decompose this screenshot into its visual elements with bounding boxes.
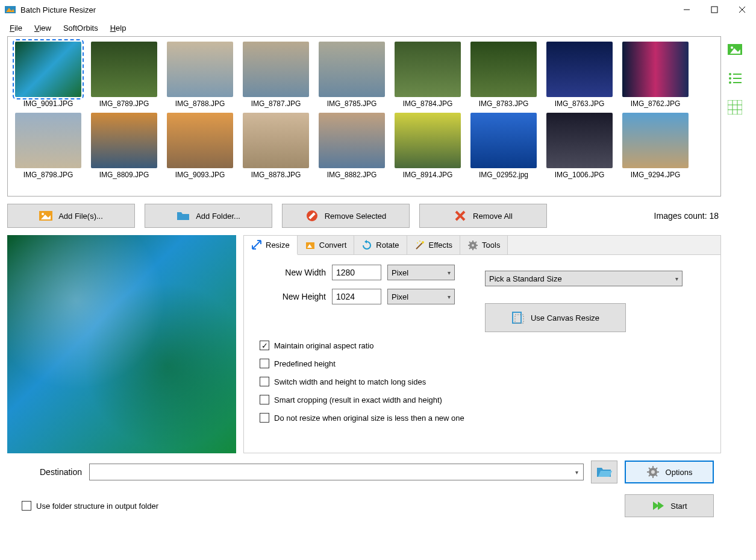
thumbnail-image: [319, 113, 385, 168]
thumbnail-image: [167, 113, 233, 168]
thumbnail-item[interactable]: IMG_8882.JPG: [316, 113, 387, 179]
menu-softorbits[interactable]: SoftOrbits: [58, 21, 103, 35]
svg-point-15: [417, 242, 418, 244]
thumbnail-image: [395, 113, 461, 168]
thumbnail-item[interactable]: IMG_8785.JPG: [316, 42, 387, 108]
thumbnail-item[interactable]: IMG_1006.JPG: [544, 113, 615, 179]
tab-effects[interactable]: Effects: [407, 236, 461, 254]
resize-icon: [251, 239, 262, 250]
thumbnail-item[interactable]: IMG_8878.JPG: [240, 113, 311, 179]
tab-convert[interactable]: Convert: [298, 236, 355, 254]
app-title: Batch Picture Resizer: [20, 5, 673, 14]
add-folder-button[interactable]: Add Folder...: [145, 204, 272, 228]
thumbnail-item[interactable]: IMG_8809.JPG: [89, 113, 160, 179]
destination-select[interactable]: ▾: [89, 464, 584, 480]
height-label: New Height: [256, 292, 326, 301]
height-unit-select[interactable]: Pixel▾: [387, 289, 455, 304]
thumbnail-item[interactable]: IMG_8763.JPG: [544, 42, 615, 108]
tab-tools[interactable]: Tools: [460, 236, 508, 254]
thumbnail-label: IMG_8798.JPG: [13, 171, 84, 179]
thumbnail-label: IMG_8878.JPG: [240, 171, 311, 179]
standard-size-select[interactable]: Pick a Standard Size▾: [485, 271, 683, 286]
thumbnail-image: [91, 42, 157, 97]
preview-pane: [7, 235, 236, 453]
grid-view-icon[interactable]: [728, 100, 742, 115]
add-files-label: Add File(s)...: [58, 212, 103, 221]
thumbnail-label: IMG_8914.JPG: [392, 171, 463, 179]
resize-tab-content: New Width Pixel▾ New Height Pixel▾: [244, 255, 720, 441]
close-button[interactable]: [728, 0, 756, 19]
rotate-icon: [361, 240, 372, 251]
options-button[interactable]: Options: [625, 461, 714, 483]
remove-all-button[interactable]: Remove All: [419, 204, 547, 228]
thumbnail-image: [243, 42, 309, 97]
svg-rect-29: [733, 74, 742, 75]
add-files-button[interactable]: Add File(s)...: [7, 204, 135, 228]
svg-rect-20: [515, 315, 523, 323]
remove-icon: [305, 209, 319, 222]
images-count-label: Images count: 18: [654, 211, 721, 221]
thumbnail-item[interactable]: IMG_8798.JPG: [13, 113, 84, 179]
width-input[interactable]: [332, 265, 381, 280]
thumbnail-item[interactable]: IMG_8787.JPG: [240, 42, 311, 108]
image-icon: [39, 209, 52, 222]
thumbnail-label: IMG_8784.JPG: [392, 99, 463, 108]
view-toolbar: [721, 36, 749, 524]
thumbnail-label: IMG_9093.JPG: [164, 171, 236, 179]
thumbnail-label: IMG_8787.JPG: [240, 99, 311, 108]
list-view-icon[interactable]: [728, 71, 742, 86]
maintain-aspect-label: Maintain original aspect ratio: [274, 341, 373, 350]
thumbnail-view-icon[interactable]: [728, 42, 742, 57]
thumbnail-image: [546, 42, 613, 97]
thumbnail-item[interactable]: IMG_9093.JPG: [164, 113, 236, 179]
canvas-icon: [511, 311, 525, 324]
svg-point-22: [651, 470, 655, 474]
width-unit-select[interactable]: Pixel▾: [387, 265, 455, 280]
folder-structure-checkbox[interactable]: [22, 501, 31, 511]
menu-file[interactable]: File: [5, 21, 27, 35]
dont-resize-checkbox[interactable]: [260, 413, 269, 423]
tab-resize[interactable]: Resize: [244, 236, 298, 255]
convert-icon: [305, 240, 316, 251]
remove-all-label: Remove All: [473, 212, 513, 221]
height-input[interactable]: [332, 289, 381, 304]
menu-view[interactable]: View: [30, 21, 56, 35]
menu-help[interactable]: Help: [105, 21, 131, 35]
svg-point-14: [422, 241, 424, 244]
thumbnail-item[interactable]: IMG_02952.jpg: [468, 113, 539, 179]
svg-point-32: [729, 81, 731, 84]
maximize-button[interactable]: [701, 0, 728, 19]
thumbnail-item[interactable]: IMG_8914.JPG: [392, 113, 463, 179]
switch-wh-checkbox[interactable]: [260, 377, 269, 386]
tools-icon: [467, 240, 478, 251]
maintain-aspect-checkbox[interactable]: [260, 341, 269, 350]
effects-icon: [414, 240, 425, 251]
thumbnail-item[interactable]: IMG_8789.JPG: [89, 42, 160, 108]
minimize-button[interactable]: [673, 0, 701, 19]
tab-rotate[interactable]: Rotate: [354, 236, 407, 254]
smart-crop-checkbox[interactable]: [260, 395, 269, 404]
app-icon: [5, 4, 16, 15]
browse-button[interactable]: [591, 461, 617, 483]
thumbnail-item[interactable]: IMG_8784.JPG: [392, 42, 463, 108]
thumbnail-item[interactable]: IMG_9091.JPG: [13, 42, 84, 108]
predefined-height-checkbox[interactable]: [260, 359, 269, 368]
thumbnail-image: [167, 42, 233, 97]
thumbnail-label: IMG_8882.JPG: [316, 171, 387, 179]
folder-icon: [177, 209, 190, 222]
thumbnail-item[interactable]: IMG_9294.JPG: [620, 113, 691, 179]
canvas-resize-button[interactable]: Use Canvas Resize: [485, 303, 626, 332]
remove-selected-button[interactable]: Remove Selected: [282, 204, 410, 228]
thumbnail-item[interactable]: IMG_8762.JPG: [620, 42, 691, 108]
thumbnail-item[interactable]: IMG_8788.JPG: [164, 42, 236, 108]
svg-point-18: [472, 244, 474, 247]
thumbnail-item[interactable]: IMG_8783.JPG: [468, 42, 539, 108]
width-label: New Width: [256, 268, 326, 277]
add-folder-label: Add Folder...: [196, 212, 240, 221]
svg-rect-3: [711, 7, 717, 13]
thumbnail-label: IMG_8763.JPG: [544, 99, 615, 108]
thumbnail-label: IMG_9294.JPG: [620, 171, 691, 179]
svg-point-30: [729, 77, 731, 80]
start-button[interactable]: Start: [625, 494, 714, 517]
thumbnail-image: [395, 42, 461, 97]
